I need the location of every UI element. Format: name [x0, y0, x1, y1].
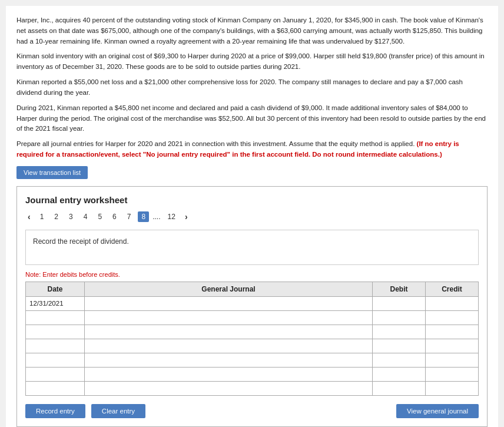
col-header-date: Date — [26, 282, 85, 296]
journal-input-0[interactable] — [88, 300, 369, 307]
clear-entry-button[interactable]: Clear entry — [91, 404, 145, 418]
col-header-debit: Debit — [373, 282, 426, 296]
debit-input-0[interactable] — [376, 300, 422, 307]
intro-text: Harper, Inc., acquires 40 percent of the… — [16, 15, 488, 160]
credit-cell-2[interactable] — [426, 325, 479, 339]
btn-row: Record entry Clear entry View general jo… — [25, 404, 479, 418]
debit-input-4[interactable] — [376, 356, 422, 363]
debit-cell-6[interactable] — [373, 381, 426, 395]
debit-input-6[interactable] — [376, 385, 422, 392]
credit-input-4[interactable] — [429, 356, 475, 363]
journal-input-6[interactable] — [88, 385, 369, 392]
credit-cell-3[interactable] — [426, 339, 479, 353]
table-row: 12/31/2021 — [26, 296, 479, 310]
debit-input-5[interactable] — [376, 370, 422, 378]
debit-input-2[interactable] — [376, 328, 422, 335]
view-transaction-list-button[interactable]: View transaction list — [16, 166, 88, 179]
intro-paragraph5: Prepare all journal entries for Harper f… — [16, 139, 488, 160]
page-3[interactable]: 3 — [65, 211, 77, 222]
credit-cell-5[interactable] — [426, 367, 479, 381]
prev-page-arrow[interactable]: ‹ — [25, 211, 33, 223]
date-cell-0: 12/31/2021 — [26, 296, 85, 310]
col-header-credit: Credit — [426, 282, 479, 296]
journal-cell-3[interactable] — [85, 339, 373, 353]
date-cell-1 — [26, 310, 85, 325]
debit-cell-5[interactable] — [373, 367, 426, 381]
intro-paragraph2: Kinman sold inventory with an original c… — [16, 51, 488, 72]
instruction-text: Record the receipt of dividend. — [33, 237, 129, 246]
credit-input-1[interactable] — [429, 314, 475, 321]
pagination-dots: .... — [152, 213, 160, 221]
note-text: Note: Enter debits before credits. — [25, 271, 479, 278]
date-cell-6 — [26, 381, 85, 395]
journal-input-2[interactable] — [88, 328, 369, 335]
intro-paragraph4: During 2021, Kinman reported a $45,800 n… — [16, 103, 488, 134]
instruction-box: Record the receipt of dividend. — [25, 230, 479, 265]
debit-cell-0[interactable] — [373, 296, 426, 310]
debit-cell-2[interactable] — [373, 325, 426, 339]
page-12[interactable]: 12 — [164, 211, 179, 222]
page-1[interactable]: 1 — [37, 211, 48, 222]
intro-paragraph5-normal: Prepare all journal entries for Harper f… — [16, 140, 415, 147]
page-container: Harper, Inc., acquires 40 percent of the… — [6, 6, 498, 427]
journal-input-1[interactable] — [88, 314, 369, 321]
page-4[interactable]: 4 — [80, 211, 91, 222]
intro-paragraph3: Kinman reported a $55,000 net loss and a… — [16, 77, 488, 98]
credit-input-0[interactable] — [429, 300, 475, 307]
credit-cell-1[interactable] — [426, 310, 479, 325]
table-row — [26, 310, 479, 325]
worksheet-container: Journal entry worksheet ‹ 1 2 3 4 5 6 7 … — [16, 186, 488, 427]
journal-input-3[interactable] — [88, 342, 369, 349]
credit-cell-6[interactable] — [426, 381, 479, 395]
page-2[interactable]: 2 — [51, 211, 62, 222]
pagination: ‹ 1 2 3 4 5 6 7 8 .... 12 › — [25, 211, 479, 223]
col-header-journal: General Journal — [85, 282, 373, 296]
page-7[interactable]: 7 — [124, 211, 135, 222]
next-page-arrow[interactable]: › — [183, 211, 190, 223]
worksheet-title: Journal entry worksheet — [25, 195, 479, 205]
date-cell-2 — [26, 325, 85, 339]
journal-input-5[interactable] — [88, 370, 369, 378]
debit-cell-3[interactable] — [373, 339, 426, 353]
intro-paragraph1: Harper, Inc., acquires 40 percent of the… — [16, 15, 488, 47]
table-row — [26, 339, 479, 353]
page-8[interactable]: 8 — [138, 211, 149, 222]
page-6[interactable]: 6 — [109, 211, 120, 222]
date-cell-4 — [26, 353, 85, 367]
journal-cell-2[interactable] — [85, 325, 373, 339]
journal-cell-5[interactable] — [85, 367, 373, 381]
record-entry-button[interactable]: Record entry — [25, 404, 85, 418]
journal-cell-4[interactable] — [85, 353, 373, 367]
debit-input-3[interactable] — [376, 342, 422, 349]
journal-cell-6[interactable] — [85, 381, 373, 395]
table-row — [26, 381, 479, 395]
date-cell-3 — [26, 339, 85, 353]
debit-input-1[interactable] — [376, 314, 422, 321]
credit-input-5[interactable] — [429, 370, 475, 378]
credit-input-2[interactable] — [429, 328, 475, 335]
credit-cell-0[interactable] — [426, 296, 479, 310]
table-row — [26, 325, 479, 339]
journal-cell-0[interactable] — [85, 296, 373, 310]
page-5[interactable]: 5 — [94, 211, 105, 222]
credit-cell-4[interactable] — [426, 353, 479, 367]
table-row — [26, 367, 479, 381]
journal-table: Date General Journal Debit Credit 12/31/… — [25, 282, 479, 396]
journal-cell-1[interactable] — [85, 310, 373, 325]
date-cell-5 — [26, 367, 85, 381]
table-row — [26, 353, 479, 367]
credit-input-6[interactable] — [429, 385, 475, 392]
debit-cell-4[interactable] — [373, 353, 426, 367]
view-general-journal-button[interactable]: View general journal — [396, 404, 479, 418]
credit-input-3[interactable] — [429, 342, 475, 349]
journal-input-4[interactable] — [88, 356, 369, 363]
debit-cell-1[interactable] — [373, 310, 426, 325]
